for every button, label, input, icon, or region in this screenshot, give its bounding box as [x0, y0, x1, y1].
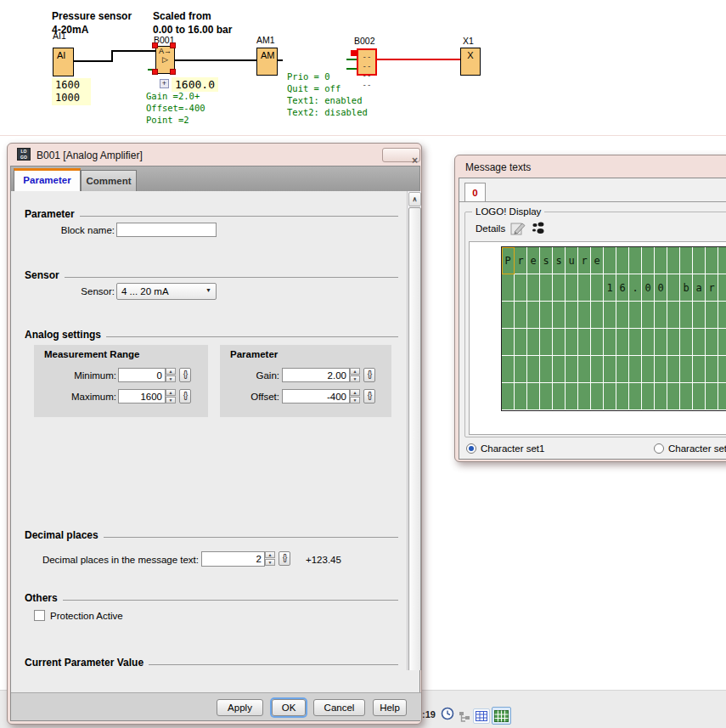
display-cell[interactable]: [553, 274, 566, 302]
display-cell[interactable]: [578, 274, 591, 302]
display-cell[interactable]: [515, 302, 527, 329]
display-cell[interactable]: [693, 356, 706, 383]
display-cell[interactable]: [616, 329, 629, 356]
display-cell[interactable]: [693, 329, 706, 356]
display-cell[interactable]: [718, 356, 726, 383]
display-cell[interactable]: u: [566, 247, 578, 274]
display-cell[interactable]: [655, 329, 667, 356]
message-grid-button[interactable]: [492, 707, 511, 725]
wire-ai1-b001-h2[interactable]: [111, 50, 155, 52]
tab-comment[interactable]: Comment: [81, 170, 137, 191]
special-characters-icon[interactable]: [531, 221, 546, 236]
clock-icon[interactable]: [441, 707, 454, 720]
display-cell[interactable]: [718, 383, 726, 410]
wire-ai1-b001-h1[interactable]: [73, 60, 113, 62]
display-cell[interactable]: [578, 329, 591, 356]
selection-handle-bl[interactable]: [152, 69, 158, 75]
display-cell[interactable]: [527, 356, 540, 383]
display-cell[interactable]: [680, 329, 693, 356]
display-cell[interactable]: [718, 329, 726, 356]
spin-down-icon[interactable]: ▼: [166, 397, 176, 404]
maximum-input[interactable]: [118, 389, 166, 404]
display-cell[interactable]: [604, 302, 616, 329]
display-cell[interactable]: [527, 383, 540, 410]
display-cell[interactable]: r: [515, 247, 527, 274]
display-cell[interactable]: [553, 383, 566, 410]
message-tab-0[interactable]: 0: [464, 183, 486, 202]
offset-reference-button[interactable]: {}: [363, 389, 375, 404]
display-cell[interactable]: [527, 302, 540, 329]
message-dialog-title-bar[interactable]: Message texts: [455, 155, 726, 178]
spin-up-icon[interactable]: ▲: [166, 389, 176, 396]
display-cell[interactable]: [680, 247, 693, 274]
display-cell[interactable]: [578, 356, 591, 383]
display-cell[interactable]: [693, 383, 706, 410]
display-cell[interactable]: [616, 356, 629, 383]
display-cell[interactable]: [566, 383, 578, 410]
display-cell[interactable]: [540, 356, 553, 383]
display-cell[interactable]: P: [502, 247, 515, 274]
apply-button[interactable]: Apply: [217, 699, 263, 716]
display-cell[interactable]: [655, 383, 667, 410]
display-cell[interactable]: [655, 302, 667, 329]
decimal-places-stepper[interactable]: ▲ ▼: [265, 551, 275, 566]
display-cell[interactable]: [604, 356, 616, 383]
gain-stepper[interactable]: ▲ ▼: [350, 368, 360, 382]
display-cell[interactable]: [706, 383, 718, 410]
display-cell[interactable]: [578, 302, 591, 329]
display-cell[interactable]: [655, 247, 667, 274]
display-cell[interactable]: e: [527, 247, 540, 274]
display-cell[interactable]: [680, 383, 693, 410]
display-cell[interactable]: [629, 329, 642, 356]
scrollbar-thumb[interactable]: [408, 207, 421, 670]
character-set2-radio[interactable]: [654, 443, 664, 454]
display-cell[interactable]: [718, 247, 726, 274]
offset-input[interactable]: [282, 389, 350, 404]
decimal-places-reference-button[interactable]: {}: [279, 551, 290, 566]
display-cell[interactable]: [502, 302, 515, 329]
wire-ai1-b001-v[interactable]: [111, 50, 113, 62]
display-cell[interactable]: [553, 356, 566, 383]
maximum-reference-button[interactable]: {}: [179, 389, 191, 404]
spin-up-icon[interactable]: ▲: [350, 389, 360, 396]
display-cell[interactable]: [553, 302, 566, 329]
display-cell[interactable]: [515, 329, 527, 356]
display-cell[interactable]: [591, 302, 604, 329]
display-cell[interactable]: [527, 329, 540, 356]
decimal-places-input[interactable]: [201, 551, 265, 567]
wire-b001-am1[interactable]: [175, 59, 256, 61]
close-button[interactable]: ×: [382, 148, 420, 162]
display-cell[interactable]: [616, 247, 629, 274]
minimum-input[interactable]: [118, 368, 166, 382]
display-cell[interactable]: [706, 356, 718, 383]
display-cell[interactable]: [718, 274, 726, 302]
display-cell[interactable]: [642, 356, 655, 383]
display-cell[interactable]: [591, 356, 604, 383]
display-cell[interactable]: b: [680, 274, 693, 302]
expand-parameters-icon[interactable]: +: [160, 79, 169, 88]
spin-up-icon[interactable]: ▲: [166, 368, 176, 375]
cancel-button[interactable]: Cancel: [313, 699, 365, 716]
display-cell[interactable]: a: [693, 274, 706, 302]
display-cell[interactable]: [502, 356, 515, 383]
display-cell[interactable]: [642, 247, 655, 274]
wire-b002-x1[interactable]: [377, 59, 460, 60]
block-ai1[interactable]: AI: [53, 48, 74, 76]
display-cell[interactable]: [540, 329, 553, 356]
spin-up-icon[interactable]: ▲: [265, 551, 275, 558]
display-cell[interactable]: [515, 356, 527, 383]
display-cell[interactable]: .: [629, 274, 642, 302]
display-cell[interactable]: [667, 356, 680, 383]
display-cell[interactable]: [540, 274, 553, 302]
block-x1[interactable]: X: [460, 48, 481, 76]
display-cell[interactable]: [642, 329, 655, 356]
display-cell[interactable]: s: [540, 247, 553, 274]
vertical-scrollbar[interactable]: ∧ ∨: [407, 191, 421, 670]
display-cell[interactable]: [604, 329, 616, 356]
block-b002[interactable]: -- -- -- --: [357, 48, 377, 76]
wire-b002-input2-stub[interactable]: [346, 68, 357, 70]
spin-up-icon[interactable]: ▲: [350, 368, 360, 375]
dialog-title-bar[interactable]: LOGO B001 [Analog Amplifier] ×: [8, 144, 421, 166]
wire-b002-input1-stub[interactable]: [346, 59, 357, 60]
display-cell[interactable]: [566, 302, 578, 329]
